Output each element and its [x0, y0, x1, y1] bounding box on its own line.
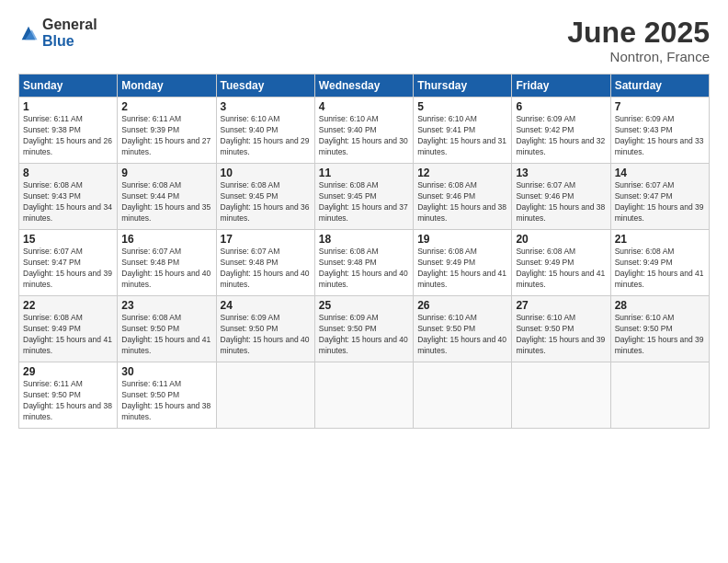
calendar-cell: 29 Sunrise: 6:11 AMSunset: 9:50 PMDaylig…: [19, 362, 118, 429]
day-info: Sunrise: 6:07 AMSunset: 9:48 PMDaylight:…: [221, 247, 311, 291]
day-number: 14: [615, 167, 705, 179]
day-number: 10: [221, 167, 311, 179]
calendar-cell: 17 Sunrise: 6:07 AMSunset: 9:48 PMDaylig…: [216, 230, 314, 296]
calendar-cell: 21 Sunrise: 6:08 AMSunset: 9:49 PMDaylig…: [610, 230, 709, 296]
calendar-cell: 7 Sunrise: 6:09 AMSunset: 9:43 PMDayligh…: [610, 98, 709, 164]
day-number: 21: [615, 233, 705, 246]
calendar-cell: 6 Sunrise: 6:09 AMSunset: 9:42 PMDayligh…: [512, 98, 610, 164]
calendar-cell: 20 Sunrise: 6:08 AMSunset: 9:49 PMDaylig…: [512, 230, 610, 296]
day-info: Sunrise: 6:07 AMSunset: 9:47 PMDaylight:…: [615, 180, 705, 224]
header-day-friday: Friday: [512, 75, 610, 98]
header-day-tuesday: Tuesday: [216, 75, 314, 98]
day-info: Sunrise: 6:09 AMSunset: 9:42 PMDaylight:…: [516, 114, 606, 158]
day-number: 13: [516, 167, 606, 179]
day-number: 26: [417, 299, 507, 312]
day-number: 25: [319, 299, 409, 312]
day-info: Sunrise: 6:08 AMSunset: 9:49 PMDaylight:…: [516, 247, 606, 291]
calendar-cell: [216, 362, 314, 429]
title-block: June 2025 Nontron, France: [567, 17, 710, 64]
calendar-cell: 1 Sunrise: 6:11 AMSunset: 9:38 PMDayligh…: [19, 98, 118, 164]
calendar-header-row: SundayMondayTuesdayWednesdayThursdayFrid…: [19, 75, 710, 98]
day-number: 12: [417, 167, 507, 179]
day-info: Sunrise: 6:10 AMSunset: 9:41 PMDaylight:…: [417, 114, 507, 158]
day-info: Sunrise: 6:08 AMSunset: 9:46 PMDaylight:…: [417, 180, 507, 224]
header-day-saturday: Saturday: [610, 75, 709, 98]
day-info: Sunrise: 6:08 AMSunset: 9:49 PMDaylight:…: [615, 247, 705, 291]
calendar-cell: 14 Sunrise: 6:07 AMSunset: 9:47 PMDaylig…: [610, 164, 709, 230]
calendar-cell: 27 Sunrise: 6:10 AMSunset: 9:50 PMDaylig…: [512, 296, 610, 362]
day-info: Sunrise: 6:10 AMSunset: 9:50 PMDaylight:…: [417, 313, 507, 357]
day-info: Sunrise: 6:10 AMSunset: 9:40 PMDaylight:…: [221, 114, 311, 158]
day-number: 20: [516, 233, 606, 246]
header-day-sunday: Sunday: [19, 75, 118, 98]
day-info: Sunrise: 6:07 AMSunset: 9:48 PMDaylight:…: [121, 247, 211, 291]
calendar-cell: 25 Sunrise: 6:09 AMSunset: 9:50 PMDaylig…: [314, 296, 413, 362]
day-number: 2: [121, 100, 211, 113]
day-info: Sunrise: 6:11 AMSunset: 9:38 PMDaylight:…: [23, 114, 113, 158]
day-info: Sunrise: 6:07 AMSunset: 9:47 PMDaylight:…: [23, 247, 113, 291]
day-info: Sunrise: 6:08 AMSunset: 9:45 PMDaylight:…: [221, 180, 311, 224]
calendar-cell: 23 Sunrise: 6:08 AMSunset: 9:50 PMDaylig…: [118, 296, 216, 362]
calendar-cell: 30 Sunrise: 6:11 AMSunset: 9:50 PMDaylig…: [118, 362, 216, 429]
day-number: 17: [221, 233, 311, 246]
calendar-cell: 3 Sunrise: 6:10 AMSunset: 9:40 PMDayligh…: [216, 98, 314, 164]
day-info: Sunrise: 6:08 AMSunset: 9:49 PMDaylight:…: [417, 247, 507, 291]
calendar-week-3: 15 Sunrise: 6:07 AMSunset: 9:47 PMDaylig…: [19, 230, 710, 296]
logo-icon: [18, 23, 39, 43]
calendar-cell: 19 Sunrise: 6:08 AMSunset: 9:49 PMDaylig…: [414, 230, 512, 296]
calendar-cell: 16 Sunrise: 6:07 AMSunset: 9:48 PMDaylig…: [118, 230, 216, 296]
day-number: 30: [121, 365, 211, 378]
calendar-cell: 15 Sunrise: 6:07 AMSunset: 9:47 PMDaylig…: [19, 230, 118, 296]
day-number: 24: [221, 299, 311, 312]
day-number: 22: [23, 299, 113, 312]
header-day-wednesday: Wednesday: [314, 75, 413, 98]
calendar-week-5: 29 Sunrise: 6:11 AMSunset: 9:50 PMDaylig…: [19, 362, 710, 429]
calendar-week-2: 8 Sunrise: 6:08 AMSunset: 9:43 PMDayligh…: [19, 164, 710, 230]
day-number: 1: [23, 100, 113, 113]
calendar-table: SundayMondayTuesdayWednesdayThursdayFrid…: [18, 74, 710, 429]
calendar-cell: 22 Sunrise: 6:08 AMSunset: 9:49 PMDaylig…: [19, 296, 118, 362]
day-info: Sunrise: 6:11 AMSunset: 9:50 PMDaylight:…: [121, 379, 211, 423]
day-info: Sunrise: 6:09 AMSunset: 9:50 PMDaylight:…: [221, 313, 311, 357]
calendar-cell: 10 Sunrise: 6:08 AMSunset: 9:45 PMDaylig…: [216, 164, 314, 230]
calendar-cell: 13 Sunrise: 6:07 AMSunset: 9:46 PMDaylig…: [512, 164, 610, 230]
day-info: Sunrise: 6:08 AMSunset: 9:49 PMDaylight:…: [23, 313, 113, 357]
logo-blue: Blue: [42, 33, 97, 50]
calendar-cell: [610, 362, 709, 429]
logo: General Blue: [18, 17, 97, 49]
calendar-cell: 11 Sunrise: 6:08 AMSunset: 9:45 PMDaylig…: [314, 164, 413, 230]
day-info: Sunrise: 6:10 AMSunset: 9:50 PMDaylight:…: [615, 313, 705, 357]
day-number: 28: [615, 299, 705, 312]
calendar-page: General Blue June 2025 Nontron, France S…: [0, 0, 728, 563]
calendar-cell: 9 Sunrise: 6:08 AMSunset: 9:44 PMDayligh…: [118, 164, 216, 230]
day-number: 8: [23, 167, 113, 179]
calendar-cell: 5 Sunrise: 6:10 AMSunset: 9:41 PMDayligh…: [414, 98, 512, 164]
calendar-cell: 24 Sunrise: 6:09 AMSunset: 9:50 PMDaylig…: [216, 296, 314, 362]
day-number: 3: [221, 100, 311, 113]
day-info: Sunrise: 6:09 AMSunset: 9:43 PMDaylight:…: [615, 114, 705, 158]
calendar-cell: 12 Sunrise: 6:08 AMSunset: 9:46 PMDaylig…: [414, 164, 512, 230]
day-info: Sunrise: 6:09 AMSunset: 9:50 PMDaylight:…: [319, 313, 409, 357]
calendar-cell: 8 Sunrise: 6:08 AMSunset: 9:43 PMDayligh…: [19, 164, 118, 230]
header-day-thursday: Thursday: [414, 75, 512, 98]
calendar-subtitle: Nontron, France: [567, 49, 710, 64]
header-day-monday: Monday: [118, 75, 216, 98]
calendar-title: June 2025: [567, 17, 710, 49]
calendar-cell: [414, 362, 512, 429]
day-info: Sunrise: 6:08 AMSunset: 9:45 PMDaylight:…: [319, 180, 409, 224]
day-info: Sunrise: 6:11 AMSunset: 9:50 PMDaylight:…: [23, 379, 113, 423]
calendar-cell: 18 Sunrise: 6:08 AMSunset: 9:48 PMDaylig…: [314, 230, 413, 296]
day-number: 4: [319, 100, 409, 113]
day-info: Sunrise: 6:08 AMSunset: 9:50 PMDaylight:…: [121, 313, 211, 357]
day-info: Sunrise: 6:07 AMSunset: 9:46 PMDaylight:…: [516, 180, 606, 224]
calendar-cell: 26 Sunrise: 6:10 AMSunset: 9:50 PMDaylig…: [414, 296, 512, 362]
day-number: 6: [516, 100, 606, 113]
day-number: 29: [23, 365, 113, 378]
calendar-week-1: 1 Sunrise: 6:11 AMSunset: 9:38 PMDayligh…: [19, 98, 710, 164]
calendar-cell: [512, 362, 610, 429]
logo-text: General Blue: [42, 17, 97, 49]
day-number: 27: [516, 299, 606, 312]
day-number: 18: [319, 233, 409, 246]
day-info: Sunrise: 6:08 AMSunset: 9:43 PMDaylight:…: [23, 180, 113, 224]
day-number: 9: [121, 167, 211, 179]
